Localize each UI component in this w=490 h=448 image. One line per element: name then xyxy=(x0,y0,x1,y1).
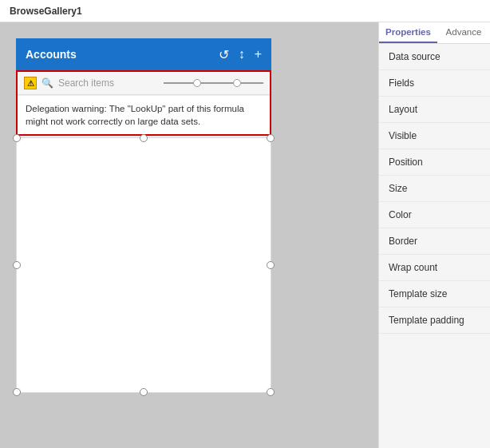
tab-properties[interactable]: Properties xyxy=(379,22,437,43)
property-data-source[interactable]: Data source xyxy=(379,44,490,70)
handle-mid-right[interactable] xyxy=(267,261,275,269)
property-border[interactable]: Border xyxy=(379,228,490,255)
property-size[interactable]: Size xyxy=(379,176,490,202)
property-visible[interactable]: Visible xyxy=(379,123,490,149)
warning-icon: ⚠ xyxy=(24,77,37,89)
property-fields[interactable]: Fields xyxy=(379,70,490,97)
add-icon[interactable]: + xyxy=(255,47,262,61)
gallery-icons: ↺ ↕ + xyxy=(219,47,262,62)
tab-advance[interactable]: Advance xyxy=(437,22,490,43)
search-bar: ⚠ 🔍 Search items xyxy=(18,72,270,95)
gallery-content xyxy=(16,137,271,393)
slider-line xyxy=(164,82,264,84)
main-layout: Accounts ↺ ↕ + ⚠ 🔍 Search items xyxy=(0,22,490,448)
property-template-size[interactable]: Template size xyxy=(379,281,490,307)
title-bar: BrowseGallery1 xyxy=(0,0,490,22)
right-panel: Properties Advance Data source Fields La… xyxy=(378,22,490,448)
handle-top-left[interactable] xyxy=(13,134,21,142)
slider-thumb-left[interactable] xyxy=(193,79,201,87)
gallery-widget: Accounts ↺ ↕ + ⚠ 🔍 Search items xyxy=(16,38,271,393)
gallery-header: Accounts ↺ ↕ + xyxy=(16,38,271,70)
search-area: ⚠ 🔍 Search items Delegation warning: The… xyxy=(16,70,271,136)
property-layout[interactable]: Layout xyxy=(379,97,490,123)
handle-bottom-center[interactable] xyxy=(140,388,148,396)
sort-icon[interactable]: ↕ xyxy=(239,47,245,61)
handle-bottom-right[interactable] xyxy=(267,388,275,396)
panel-tabs: Properties Advance xyxy=(379,22,490,44)
property-template-padding[interactable]: Template padding xyxy=(379,307,490,334)
handle-mid-left[interactable] xyxy=(13,261,21,269)
property-color[interactable]: Color xyxy=(379,202,490,228)
handle-top-center[interactable] xyxy=(140,134,148,142)
search-placeholder[interactable]: Search items xyxy=(58,77,159,89)
handle-bottom-left[interactable] xyxy=(13,388,21,396)
refresh-icon[interactable]: ↺ xyxy=(219,47,229,62)
handle-top-right[interactable] xyxy=(267,134,275,142)
panel-items: Data source Fields Layout Visible Positi… xyxy=(379,44,490,448)
slider-thumb-right[interactable] xyxy=(233,79,241,87)
warning-message: Delegation warning: The "LookUp" part of… xyxy=(18,95,270,134)
property-wrap-count[interactable]: Wrap count xyxy=(379,255,490,281)
canvas-area: Accounts ↺ ↕ + ⚠ 🔍 Search items xyxy=(0,22,378,448)
search-icon: 🔍 xyxy=(41,77,53,89)
title-bar-text: BrowseGallery1 xyxy=(10,6,82,17)
property-position[interactable]: Position xyxy=(379,149,490,176)
gallery-title: Accounts xyxy=(26,48,77,61)
search-slider[interactable] xyxy=(164,82,264,84)
